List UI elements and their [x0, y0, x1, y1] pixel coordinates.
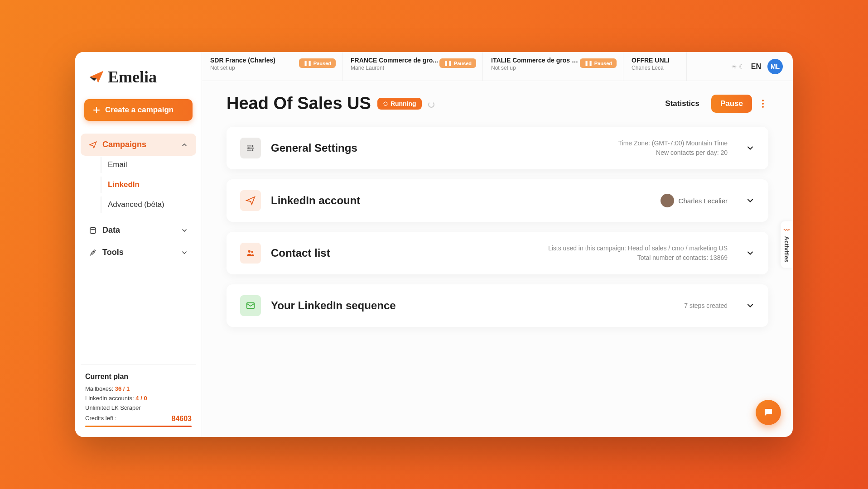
- app-window: Emelia Create a campaign Campaigns Email…: [75, 52, 793, 437]
- svg-point-0: [90, 227, 96, 230]
- plan-credits-bar: [85, 426, 192, 427]
- campaign-tab-title: OFFRE UNLI: [632, 57, 678, 64]
- title-row: Head Of Sales US Running Statistics Paus…: [227, 94, 768, 113]
- chevron-down-icon: [181, 249, 188, 256]
- chevron-down-icon: [746, 249, 755, 258]
- card-meta: Time Zone: (GMT-7:00) Mountain Time New …: [618, 139, 728, 158]
- topbar: SDR France (Charles) Not set up ❚❚ Pause…: [202, 52, 793, 81]
- nav-campaigns-label: Campaigns: [102, 140, 146, 149]
- nav-tools-label: Tools: [102, 248, 124, 257]
- page-title: Head Of Sales US: [227, 94, 371, 113]
- plan-box: Current plan Mailboxes: 36 / 1 Linkedin …: [81, 364, 196, 437]
- svg-point-1: [252, 145, 254, 147]
- chat-button[interactable]: [756, 400, 781, 425]
- mail-icon: [240, 295, 261, 316]
- plan-linkedin: Linkedin accounts: 4 / 0: [85, 395, 192, 402]
- settings-icon: [240, 138, 261, 158]
- refresh-icon: [383, 101, 388, 106]
- card-linkedin-sequence[interactable]: Your LinkedIn sequence 7 steps created: [227, 284, 768, 327]
- statistics-button[interactable]: Statistics: [659, 96, 706, 112]
- card-title: Your LinkedIn sequence: [271, 299, 396, 312]
- main-area: SDR France (Charles) Not set up ❚❚ Pause…: [202, 52, 793, 437]
- campaign-tab-sub: Charles Leca: [632, 65, 678, 71]
- svg-point-5: [251, 251, 253, 253]
- nav-sub-advanced[interactable]: Advanced (bêta): [101, 197, 196, 213]
- avatar: [661, 194, 674, 207]
- card-general-settings[interactable]: General Settings Time Zone: (GMT-7:00) M…: [227, 127, 768, 169]
- sun-icon: ☀: [731, 63, 737, 70]
- nav-data-label: Data: [102, 225, 120, 235]
- plan-title: Current plan: [85, 373, 192, 381]
- paused-badge: ❚❚ Paused: [299, 58, 336, 68]
- user-avatar[interactable]: ML: [767, 59, 783, 74]
- send-icon: [240, 190, 261, 211]
- status-badge: Running: [377, 98, 422, 110]
- loading-icon: [428, 101, 434, 108]
- brand-logo[interactable]: Emelia: [81, 63, 196, 99]
- paused-badge: ❚❚ Paused: [439, 58, 476, 68]
- paused-badge: ❚❚ Paused: [580, 58, 617, 68]
- title-actions: Statistics Pause: [659, 95, 768, 113]
- create-campaign-button[interactable]: Create a campaign: [84, 99, 193, 121]
- card-meta: Lists used in this campaign: Head of sal…: [548, 244, 728, 263]
- nav-sub-email[interactable]: Email: [101, 157, 196, 173]
- theme-toggle[interactable]: ☀ ☾: [731, 63, 745, 70]
- paper-plane-icon: [89, 69, 104, 85]
- campaign-tab[interactable]: SDR France (Charles) Not set up ❚❚ Pause…: [202, 52, 342, 81]
- nav-data[interactable]: Data: [81, 219, 196, 241]
- nav-campaigns-sub: Email LinkedIn Advanced (bêta): [81, 157, 196, 213]
- linked-user-name: Charles Lecalier: [679, 197, 728, 205]
- plan-mailboxes: Mailboxes: 36 / 1: [85, 385, 192, 392]
- svg-point-3: [252, 149, 254, 151]
- card-meta: 7 steps created: [684, 301, 728, 311]
- chevron-down-icon: [746, 301, 755, 310]
- card-title: LinkedIn account: [271, 194, 360, 207]
- linked-user: Charles Lecalier: [661, 194, 728, 207]
- plan-credits: Credits left : 84603: [85, 415, 192, 423]
- chevron-up-icon: [181, 141, 188, 149]
- campaign-tab[interactable]: FRANCE Commerce de gro... Marie Laurent …: [342, 52, 483, 81]
- moon-icon: ☾: [739, 63, 745, 70]
- more-menu-button[interactable]: [757, 98, 768, 109]
- users-icon: [240, 243, 261, 264]
- campaign-tab[interactable]: OFFRE UNLI Charles Leca: [623, 52, 687, 81]
- activities-panel-toggle[interactable]: 〰 Activities: [781, 221, 793, 268]
- card-title: Contact list: [271, 247, 330, 259]
- card-contact-list[interactable]: Contact list Lists used in this campaign…: [227, 232, 768, 274]
- card-linkedin-account[interactable]: LinkedIn account Charles Lecalier: [227, 179, 768, 222]
- brand-name: Emelia: [108, 67, 157, 86]
- top-actions: ☀ ☾ EN ML: [725, 52, 793, 81]
- chevron-down-icon: [746, 196, 755, 205]
- chat-icon: [763, 407, 774, 418]
- plus-icon: [92, 106, 101, 114]
- content: Head Of Sales US Running Statistics Paus…: [202, 81, 793, 437]
- database-icon: [89, 226, 97, 235]
- svg-point-4: [248, 250, 251, 253]
- create-campaign-label: Create a campaign: [105, 105, 174, 115]
- campaign-tab-strip: SDR France (Charles) Not set up ❚❚ Pause…: [202, 52, 725, 81]
- nav-tools[interactable]: Tools: [81, 241, 196, 264]
- campaign-tab[interactable]: ITALIE Commerce de gros -... Not set up …: [483, 52, 623, 81]
- nav-campaigns[interactable]: Campaigns: [81, 134, 196, 156]
- nav-sub-linkedin[interactable]: LinkedIn: [101, 177, 196, 193]
- send-icon: [89, 141, 97, 149]
- chevron-down-icon: [181, 227, 188, 234]
- chevron-down-icon: [746, 144, 755, 153]
- sidebar: Emelia Create a campaign Campaigns Email…: [75, 52, 202, 437]
- tools-icon: [89, 249, 97, 257]
- card-title: General Settings: [271, 142, 357, 154]
- activities-label: Activities: [783, 236, 790, 263]
- pulse-icon: 〰: [784, 227, 790, 234]
- svg-point-2: [248, 147, 250, 149]
- language-selector[interactable]: EN: [751, 62, 761, 71]
- plan-scraper: Unlimited LK Scraper: [85, 404, 192, 411]
- pause-button[interactable]: Pause: [711, 95, 752, 113]
